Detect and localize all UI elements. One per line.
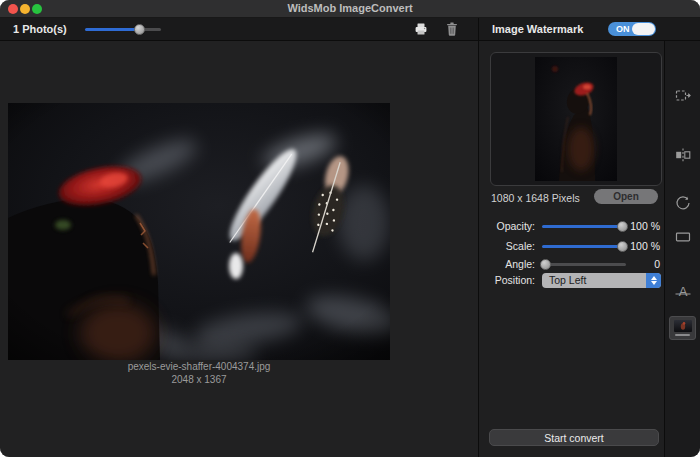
text-watermark-icon[interactable]: A: [674, 282, 692, 300]
preview-area: pexels-evie-shaffer-4004374.jpg 2048 x 1…: [0, 41, 478, 457]
opacity-row: Opacity: 100 %: [479, 219, 665, 233]
position-label: Position:: [479, 274, 535, 286]
watermark-toggle-knob[interactable]: [632, 23, 655, 35]
scale-label: Scale:: [479, 240, 535, 252]
photo-count-label: 1 Photo(s): [13, 18, 67, 40]
convert-icon[interactable]: [674, 146, 692, 164]
opacity-value: 100 %: [626, 220, 665, 232]
watermark-panel: 1080 x 1648 Pixels Open Opacity: 100 % S…: [478, 41, 664, 457]
photo-dimensions: 2048 x 1367: [8, 374, 390, 385]
start-convert-button[interactable]: Start convert: [489, 429, 659, 446]
image-watermark-icon[interactable]: [669, 316, 696, 340]
frame-icon[interactable]: [674, 228, 692, 246]
watermark-panel-title: Image Watermark: [492, 18, 583, 40]
watermark-size-label: 1080 x 1648 Pixels: [491, 192, 580, 204]
toolbar: 1 Photo(s) Image Watermark: [0, 18, 700, 41]
angle-label: Angle:: [479, 258, 535, 270]
angle-row: Angle: 0: [479, 257, 665, 271]
watermark-toggle-state: ON: [616, 22, 630, 36]
window-title: WidsMob ImageConvert: [0, 0, 700, 17]
dropdown-arrows-icon: [646, 273, 661, 288]
titlebar: WidsMob ImageConvert: [0, 0, 700, 18]
side-toolbar: A: [664, 41, 700, 457]
photo-preview[interactable]: [8, 103, 390, 360]
svg-text:A: A: [679, 284, 688, 299]
position-selected-value: Top Left: [549, 273, 586, 288]
angle-slider-knob[interactable]: [540, 259, 551, 270]
rotate-icon[interactable]: [674, 194, 692, 212]
open-button[interactable]: Open: [594, 189, 658, 204]
watermark-toggle[interactable]: ON: [608, 22, 656, 36]
opacity-slider[interactable]: [542, 225, 626, 228]
position-row: Position: Top Left: [479, 272, 665, 288]
printer-icon[interactable]: [413, 21, 429, 37]
toolbar-divider: [478, 18, 479, 40]
thumbnail-size-slider-knob[interactable]: [134, 24, 145, 35]
opacity-label: Opacity:: [479, 220, 535, 232]
watermark-image-preview-box: [490, 52, 662, 186]
opacity-slider-knob[interactable]: [617, 221, 628, 232]
image-watermark-caption-line: [675, 334, 690, 336]
scale-slider-knob[interactable]: [617, 241, 628, 252]
photo-filename: pexels-evie-shaffer-4004374.jpg: [8, 361, 390, 372]
scale-value: 100 %: [626, 240, 665, 252]
trash-icon[interactable]: [444, 21, 460, 37]
resize-icon[interactable]: [674, 87, 692, 105]
angle-value: 0: [626, 258, 665, 270]
app-window: WidsMob ImageConvert 1 Photo(s): [0, 0, 700, 457]
watermark-image-thumbnail[interactable]: [535, 57, 617, 181]
scale-row: Scale: 100 %: [479, 239, 665, 253]
thumbnail-size-slider[interactable]: [85, 28, 161, 31]
position-dropdown[interactable]: Top Left: [542, 273, 661, 288]
scale-slider[interactable]: [542, 245, 626, 248]
angle-slider[interactable]: [542, 263, 626, 266]
